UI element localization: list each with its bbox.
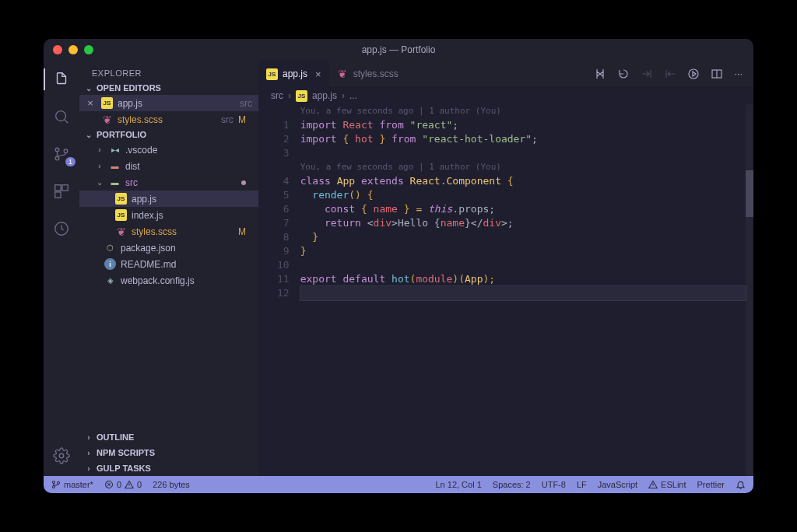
file-size-status[interactable]: 226 bytes [153,480,190,489]
folder-src[interactable]: ⌄ ▬ src [79,174,258,191]
chevron-right-icon: › [84,464,93,473]
portfolio-header[interactable]: ⌄ PORTFOLIO [79,128,258,142]
svg-point-9 [689,69,698,79]
svg-point-13 [58,481,60,484]
folder-icon: ▬ [109,160,121,172]
liveshare-activity[interactable] [51,218,72,240]
close-icon[interactable]: × [315,68,321,80]
modified-dot-icon [241,180,246,185]
svg-rect-5 [62,185,68,191]
problems-status[interactable]: 0 0 [104,480,142,489]
file-indexjs[interactable]: JS index.js [79,207,258,223]
breadcrumb[interactable]: src › JS app.js › ... [258,87,753,104]
notifications-status[interactable] [736,480,746,490]
search-icon [53,108,70,125]
outline-section[interactable]: › OUTLINE [79,429,258,445]
tab-styles[interactable]: ❦ styles.scss [329,61,406,87]
encoding-status[interactable]: UTF-8 [542,480,566,489]
eslint-status[interactable]: ESLint [648,480,686,489]
cursor-position-status[interactable]: Ln 12, Col 1 [435,480,481,489]
chevron-right-icon: › [288,90,291,101]
scss-icon: ❦ [337,68,349,80]
js-icon: JS [266,68,278,80]
close-window-button[interactable] [53,45,62,54]
chevron-right-icon: › [84,433,93,442]
svg-point-1 [55,148,59,152]
svg-rect-6 [55,192,61,198]
codelens[interactable]: You, a few seconds ago | 1 author (You) [300,160,746,174]
prev-change-icon[interactable] [641,68,653,80]
code-editor[interactable]: 1 2 3 4 5 6 7 8 9 10 11 12 You, a few se… [258,104,753,476]
warning-icon [648,480,658,489]
branch-icon [51,480,61,489]
svg-point-8 [59,453,64,458]
file-appjs[interactable]: JS app.js [79,191,258,207]
error-icon [104,480,114,489]
warning-icon [125,480,134,489]
folder-icon: ▸◂ [109,144,121,156]
vscode-window: app.js — Portfolio 1 [44,39,753,493]
extensions-activity[interactable] [51,180,72,202]
settings-activity[interactable] [51,445,72,467]
npm-scripts-section[interactable]: › NPM SCRIPTS [79,445,258,460]
svg-point-11 [53,481,55,484]
traffic-lights [44,45,93,54]
svg-point-3 [64,149,68,153]
open-editors-header[interactable]: ⌄ OPEN EDITORS [79,81,258,95]
file-readme[interactable]: i README.md [79,256,258,272]
more-actions-icon[interactable]: ··· [734,68,743,80]
folder-dist[interactable]: › ▬ dist [79,158,258,174]
search-activity[interactable] [51,106,72,128]
extensions-icon [53,183,70,200]
svg-point-12 [53,486,55,488]
file-styles[interactable]: ❦ styles.scss M [79,223,258,240]
scm-activity[interactable]: 1 [51,143,72,165]
codelens[interactable]: You, a few seconds ago | 1 author (You) [300,104,746,118]
json-icon: ⬡ [104,242,116,254]
split-editor-icon[interactable] [711,68,723,80]
maximize-window-button[interactable] [84,45,93,54]
sidebar-title: EXPLORER [79,61,258,81]
chevron-right-icon: › [95,162,104,170]
folder-vscode[interactable]: › ▸◂ .vscode [79,142,258,158]
indentation-status[interactable]: Spaces: 2 [493,480,531,489]
activity-bar: 1 [44,61,79,476]
open-changes-icon[interactable] [617,68,630,80]
gear-icon [53,447,70,464]
liveshare-icon [53,220,70,237]
open-editor-appjs[interactable]: × JS app.js src [79,95,258,111]
code-content[interactable]: You, a few seconds ago | 1 author (You) … [300,104,753,476]
chevron-down-icon: ⌄ [84,84,93,93]
line-gutter: 1 2 3 4 5 6 7 8 9 10 11 12 [258,104,300,476]
file-webpack[interactable]: ◈ webpack.config.js [79,272,258,289]
sidebar: EXPLORER ⌄ OPEN EDITORS × JS app.js src … [79,61,258,476]
scss-icon: ❦ [101,114,113,125]
explorer-activity[interactable] [51,68,72,90]
gulp-tasks-section[interactable]: › GULP TASKS [79,460,258,476]
open-editor-styles[interactable]: ❦ styles.scss src M [79,111,258,128]
file-packagejson[interactable]: ⬡ package.json [79,240,258,256]
js-icon: JS [101,97,113,109]
minimap[interactable] [746,104,753,476]
window-title: app.js — Portfolio [44,44,753,55]
run-icon[interactable] [687,68,700,80]
file-tree: › ▸◂ .vscode › ▬ dist ⌄ ▬ src JS ap [79,142,258,429]
tab-actions: ··· [594,68,753,80]
svg-point-2 [55,156,59,160]
prettier-status[interactable]: Prettier [697,480,725,489]
compare-changes-icon[interactable] [594,68,606,80]
minimize-window-button[interactable] [68,45,78,54]
language-status[interactable]: JavaScript [598,480,637,489]
git-branch-status[interactable]: master* [51,480,93,489]
close-icon[interactable]: × [84,97,97,109]
eol-status[interactable]: LF [577,480,587,489]
files-icon [53,71,70,88]
chevron-right-icon: › [342,90,345,101]
next-change-icon[interactable] [664,68,676,80]
js-icon: JS [115,193,127,205]
tab-appjs[interactable]: JS app.js × [258,61,329,87]
chevron-right-icon: › [95,145,104,154]
status-bar: master* 0 0 226 bytes Ln 12, Col 1 Space… [44,476,753,493]
bell-icon [736,480,746,490]
chevron-right-icon: › [84,449,93,457]
